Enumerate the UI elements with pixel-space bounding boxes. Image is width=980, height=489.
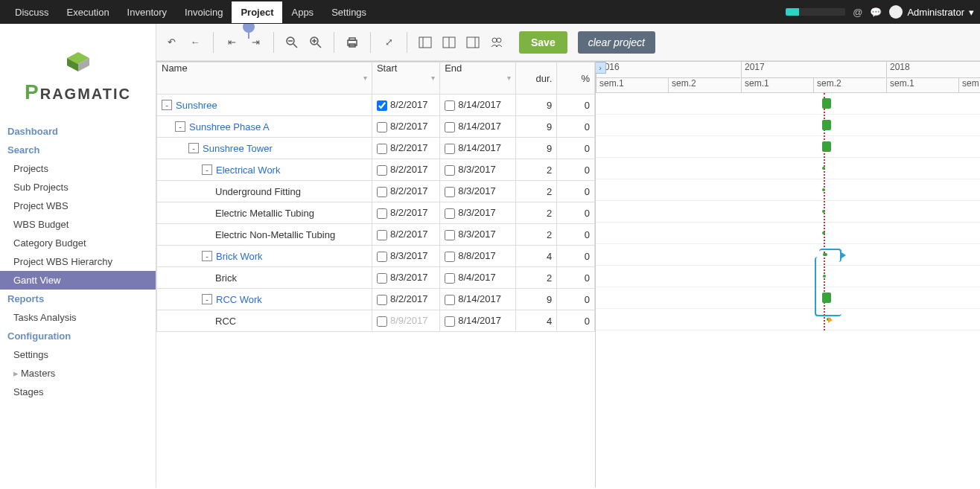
task-name[interactable]: Electric Metallic Tubing bbox=[215, 208, 314, 219]
task-name[interactable]: Sunshree bbox=[176, 100, 217, 111]
clear-project-button[interactable]: clear project bbox=[578, 31, 655, 54]
outdent-icon[interactable]: ⇤ bbox=[221, 32, 242, 53]
duration[interactable]: 9 bbox=[515, 116, 557, 138]
gantt-bar[interactable] bbox=[822, 167, 825, 170]
end-checkbox[interactable] bbox=[445, 122, 455, 132]
timeline-row[interactable] bbox=[596, 266, 980, 287]
sidebar-group-reports[interactable]: Reports bbox=[0, 290, 156, 308]
start-date[interactable]: 8/9/2017 bbox=[390, 315, 428, 326]
start-checkbox[interactable] bbox=[377, 165, 387, 176]
gantt-bar[interactable] bbox=[822, 98, 831, 109]
start-checkbox[interactable] bbox=[377, 230, 387, 240]
expand-toggle[interactable]: - bbox=[175, 121, 185, 132]
gantt-bar[interactable] bbox=[822, 293, 831, 303]
col-start[interactable]: Start▾ bbox=[372, 63, 439, 95]
sidebar-item-project-wbs-hierarchy[interactable]: Project WBS Hierarchy bbox=[0, 252, 156, 271]
gantt-bar[interactable] bbox=[822, 141, 831, 152]
start-date[interactable]: 8/3/2017 bbox=[390, 250, 428, 261]
end-date[interactable]: 8/14/2017 bbox=[458, 315, 501, 326]
start-date[interactable]: 8/2/2017 bbox=[390, 142, 428, 153]
duration[interactable]: 2 bbox=[515, 267, 557, 289]
task-row[interactable]: -Sunshree Tower8/2/20178/14/201790 bbox=[157, 138, 595, 159]
start-date[interactable]: 8/2/2017 bbox=[390, 164, 428, 175]
duration[interactable]: 2 bbox=[515, 159, 557, 181]
end-checkbox[interactable] bbox=[445, 252, 455, 262]
col-name[interactable]: Name▾ bbox=[157, 63, 372, 95]
sidebar-group-search[interactable]: Search bbox=[0, 141, 156, 159]
sort-icon[interactable]: ▾ bbox=[507, 63, 511, 94]
end-checkbox[interactable] bbox=[445, 187, 455, 197]
task-row[interactable]: Brick8/3/20178/4/201720 bbox=[157, 267, 595, 289]
sidebar-item-wbs-budget[interactable]: WBS Budget bbox=[0, 215, 156, 234]
timeline[interactable]: ‹ › 201620172018sem.1sem.2sem.1sem.2sem.… bbox=[596, 62, 980, 488]
timeline-next-icon[interactable]: › bbox=[596, 62, 606, 74]
end-date[interactable]: 8/14/2017 bbox=[458, 121, 501, 132]
timeline-row[interactable] bbox=[596, 287, 980, 309]
percent[interactable]: 0 bbox=[557, 181, 595, 202]
zoom-out-icon[interactable] bbox=[281, 32, 302, 53]
chat-icon[interactable]: 💬 bbox=[870, 7, 882, 18]
timeline-row[interactable] bbox=[596, 179, 980, 201]
expand-toggle[interactable]: - bbox=[188, 143, 199, 153]
end-checkbox[interactable] bbox=[445, 295, 455, 305]
end-date[interactable]: 8/8/2017 bbox=[458, 250, 496, 261]
duration[interactable]: 2 bbox=[515, 181, 557, 202]
sort-icon[interactable]: ▾ bbox=[431, 63, 435, 94]
menu-settings[interactable]: Settings bbox=[322, 1, 375, 23]
sort-icon[interactable]: ▾ bbox=[363, 63, 367, 94]
task-name[interactable]: Underground Fitting bbox=[215, 186, 301, 197]
timeline-body[interactable] bbox=[596, 93, 980, 330]
user-menu[interactable]: Administrator ▾ bbox=[889, 5, 974, 19]
timeline-row[interactable] bbox=[596, 309, 980, 330]
percent[interactable]: 0 bbox=[557, 116, 595, 138]
percent[interactable]: 0 bbox=[557, 138, 595, 159]
end-date[interactable]: 8/3/2017 bbox=[458, 228, 496, 240]
task-row[interactable]: -Electrical Work8/2/20178/3/201720 bbox=[157, 159, 595, 181]
percent[interactable]: 0 bbox=[557, 159, 595, 181]
gantt-bar[interactable] bbox=[822, 231, 825, 234]
task-name[interactable]: Electric Non-Metallic Tubing bbox=[215, 229, 335, 240]
sidebar-item-tasks-analysis[interactable]: Tasks Analysis bbox=[0, 308, 156, 327]
task-name[interactable]: RCC Work bbox=[216, 294, 262, 305]
sidebar-item-settings[interactable]: Settings bbox=[0, 345, 156, 364]
task-name[interactable]: Brick Work bbox=[216, 251, 263, 262]
percent[interactable]: 0 bbox=[557, 267, 595, 289]
duration[interactable]: 9 bbox=[515, 289, 557, 310]
percent[interactable]: 0 bbox=[557, 202, 595, 224]
gantt-bar[interactable] bbox=[822, 120, 831, 130]
duration[interactable]: 4 bbox=[515, 310, 557, 332]
percent[interactable]: 0 bbox=[557, 310, 595, 332]
resources-icon[interactable] bbox=[486, 32, 507, 53]
timeline-row[interactable] bbox=[596, 201, 980, 223]
task-row[interactable]: -Sunshree Phase A8/2/20178/14/201790 bbox=[157, 116, 595, 138]
sidebar-group-dashboard[interactable]: Dashboard bbox=[0, 122, 156, 141]
menu-invoicing[interactable]: Invoicing bbox=[176, 1, 232, 23]
start-date[interactable]: 8/2/2017 bbox=[390, 99, 428, 110]
duration[interactable]: 2 bbox=[515, 224, 557, 246]
end-checkbox[interactable] bbox=[445, 208, 455, 219]
start-checkbox[interactable] bbox=[377, 208, 387, 219]
sidebar-item-category-budget[interactable]: Category Budget bbox=[0, 234, 156, 252]
task-name[interactable]: Electrical Work bbox=[216, 164, 280, 176]
expand-toggle[interactable]: - bbox=[202, 164, 212, 175]
expand-toggle[interactable]: - bbox=[162, 100, 172, 110]
gantt-bar[interactable] bbox=[822, 188, 825, 191]
critical-path-icon[interactable]: ⤢ bbox=[378, 32, 399, 53]
duration[interactable]: 9 bbox=[515, 95, 557, 116]
col-dur[interactable]: dur. bbox=[515, 63, 557, 95]
start-date[interactable]: 8/2/2017 bbox=[390, 207, 428, 218]
timeline-row[interactable] bbox=[596, 244, 980, 266]
end-date[interactable]: 8/14/2017 bbox=[458, 142, 501, 153]
undo-icon[interactable]: ↶ bbox=[161, 32, 182, 53]
zoom-in-icon[interactable] bbox=[305, 32, 326, 53]
sidebar-item-stages[interactable]: Stages bbox=[0, 383, 156, 401]
expand-toggle[interactable]: - bbox=[202, 294, 212, 304]
task-name[interactable]: RCC bbox=[215, 316, 236, 327]
task-row[interactable]: -RCC Work8/2/20178/14/201790 bbox=[157, 289, 595, 310]
indent-icon[interactable]: ⇥ bbox=[245, 32, 266, 53]
menu-project[interactable]: Project bbox=[232, 1, 282, 23]
col-end[interactable]: End▾ bbox=[440, 63, 515, 95]
col-[interactable]: % bbox=[557, 63, 595, 95]
gantt-bar[interactable] bbox=[823, 275, 826, 278]
end-date[interactable]: 8/4/2017 bbox=[458, 272, 496, 283]
